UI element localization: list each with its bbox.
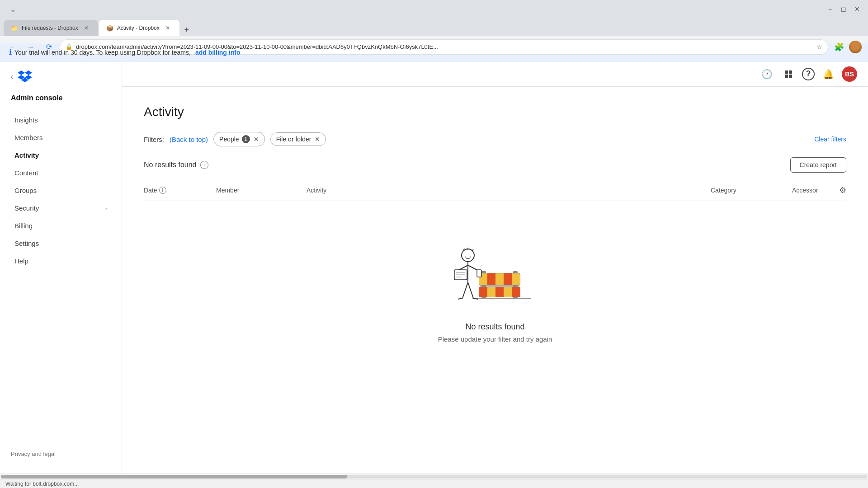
extensions-icon[interactable]: 🧩	[832, 40, 846, 54]
page-title: Activity	[144, 105, 846, 119]
empty-state: No results found Please update your filt…	[144, 201, 846, 370]
file-folder-chip-label: File or folder	[276, 136, 311, 143]
people-chip-label: People	[219, 136, 239, 143]
minimize-button[interactable]: −	[825, 4, 835, 14]
nav-billing[interactable]: Billing	[4, 217, 118, 234]
results-info-icon[interactable]: i	[200, 161, 208, 169]
nav-insights[interactable]: Insights	[4, 112, 118, 128]
member-col-label: Member	[216, 187, 239, 194]
sidebar: ‹ Admin console Insights Members Activit…	[0, 61, 122, 474]
admin-console-title: Admin console	[0, 94, 122, 111]
nav-security[interactable]: Security ›	[4, 200, 118, 216]
col-category: Category	[711, 187, 792, 194]
svg-rect-16	[487, 287, 495, 297]
filter-chip-file-or-folder[interactable]: File or folder ✕	[270, 132, 326, 146]
date-info-icon[interactable]: i	[159, 187, 166, 194]
svg-line-26	[470, 257, 471, 258]
svg-rect-0	[785, 70, 788, 74]
add-billing-link[interactable]: add billing info	[195, 49, 241, 56]
clock-icon[interactable]: 🕐	[759, 66, 775, 82]
tab-label: Activity - Dropbox	[117, 25, 160, 31]
svg-rect-10	[487, 273, 495, 285]
col-date: Date i	[144, 187, 216, 194]
nav-content[interactable]: Content	[4, 164, 118, 181]
filters-label: Filters:	[144, 136, 164, 143]
bookmark-icon[interactable]: ☆	[816, 43, 822, 51]
nav-billing-label: Billing	[14, 222, 33, 230]
empty-illustration	[445, 228, 545, 310]
window-controls: − ◻ ✕	[825, 4, 863, 14]
col-activity: Activity	[307, 187, 711, 194]
profile-icon[interactable]	[848, 40, 863, 54]
tab-activity[interactable]: 📦 Activity - Dropbox ✕	[99, 20, 179, 36]
page-header: 🕐 ? 🔔 BS	[122, 61, 868, 87]
nav-activity-label: Activity	[14, 151, 39, 159]
collapse-icon[interactable]: ‹	[11, 73, 13, 81]
nav-members[interactable]: Members	[4, 129, 118, 146]
nav-help-label: Help	[14, 257, 28, 265]
grid-icon[interactable]	[780, 66, 797, 82]
clear-filters-button[interactable]: Clear filters	[814, 136, 846, 143]
empty-state-svg	[445, 228, 545, 310]
svg-line-24	[472, 249, 473, 251]
category-col-label: Category	[711, 187, 736, 194]
svg-rect-17	[495, 287, 504, 297]
activity-col-label: Activity	[307, 187, 326, 194]
nav-settings[interactable]: Settings	[4, 235, 118, 252]
access-col-label: Accessor	[792, 187, 818, 194]
chevron-right-icon: ›	[105, 205, 107, 211]
nav-groups-label: Groups	[14, 187, 37, 194]
dropbox-logo	[18, 70, 32, 83]
no-results-label: No results found	[144, 161, 197, 169]
filter-chip-people[interactable]: People 1 ✕	[213, 132, 265, 146]
back-to-top-link[interactable]: (Back to top)	[170, 136, 208, 143]
title-bar: ⌄ − ◻ ✕	[0, 0, 868, 18]
svg-rect-13	[512, 273, 520, 285]
table-header: Date i Member Activity Category Accessor…	[144, 180, 846, 201]
tab-list-button[interactable]: ⌄	[5, 2, 20, 16]
bell-icon[interactable]: 🔔	[820, 66, 836, 82]
tab-favicon: 📦	[106, 25, 113, 32]
new-tab-button[interactable]: +	[180, 23, 193, 36]
svg-rect-11	[495, 273, 504, 285]
svg-rect-3	[789, 75, 792, 78]
file-folder-chip-close-icon[interactable]: ✕	[315, 136, 320, 143]
tab-favicon: 📁	[11, 25, 18, 32]
column-settings-icon[interactable]: ⚙	[839, 185, 846, 195]
nav-groups[interactable]: Groups	[4, 182, 118, 199]
nav-help[interactable]: Help	[4, 253, 118, 269]
tab-label: File requests - Dropbox	[22, 25, 78, 31]
col-member: Member	[216, 187, 307, 194]
svg-rect-2	[785, 75, 788, 78]
tab-close-icon[interactable]: ✕	[82, 23, 91, 33]
svg-line-25	[465, 257, 466, 258]
col-access: Accessor ⚙	[792, 185, 846, 195]
help-circle-icon[interactable]: ?	[802, 68, 815, 80]
sidebar-header: ‹	[0, 70, 122, 94]
maximize-button[interactable]: ◻	[838, 4, 849, 14]
create-report-button[interactable]: Create report	[790, 157, 846, 173]
privacy-and-legal-link[interactable]: Privacy and legal	[0, 443, 122, 465]
svg-rect-18	[504, 287, 512, 297]
svg-line-37	[468, 282, 473, 298]
svg-rect-12	[504, 273, 512, 285]
results-header: No results found i Create report	[144, 157, 846, 173]
svg-point-21	[462, 249, 474, 262]
people-chip-close-icon[interactable]: ✕	[254, 136, 259, 143]
tab-file-requests[interactable]: 📁 File requests - Dropbox ✕	[4, 20, 98, 36]
empty-state-subtitle: Please update your filter and try again	[438, 335, 552, 343]
svg-rect-1	[789, 70, 792, 74]
nav-content-label: Content	[14, 169, 38, 177]
people-count-badge: 1	[242, 135, 250, 143]
nav-settings-label: Settings	[14, 239, 39, 247]
tab-close-icon[interactable]: ✕	[163, 23, 172, 33]
nav-security-label: Security	[14, 204, 39, 212]
user-avatar[interactable]: BS	[842, 66, 857, 82]
svg-rect-19	[512, 287, 520, 297]
nav-activity[interactable]: Activity	[4, 147, 118, 164]
close-button[interactable]: ✕	[852, 4, 863, 14]
trial-banner-text: Your trial will end in 30 days. To keep …	[14, 49, 191, 56]
svg-rect-35	[477, 270, 481, 277]
empty-state-title: No results found	[465, 322, 524, 332]
nav-members-label: Members	[14, 134, 43, 141]
